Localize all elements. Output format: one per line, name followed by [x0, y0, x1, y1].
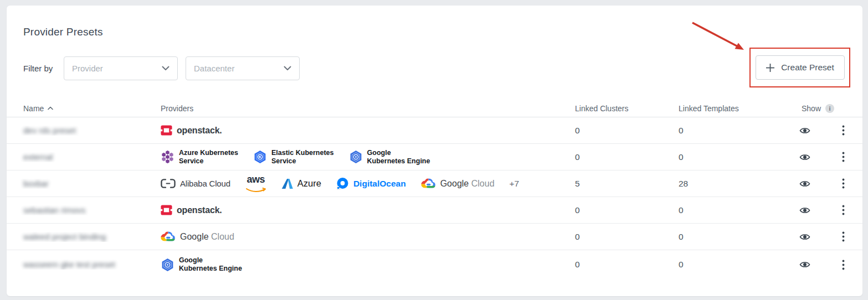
show-preset-button[interactable] — [798, 179, 811, 189]
aws-smile-icon — [245, 188, 266, 193]
linked-templates-count: 0 — [672, 232, 787, 242]
provider-logo-openstack: openstack. — [161, 125, 222, 136]
column-header-linked-templates: Linked Templates — [672, 104, 787, 113]
linked-clusters-count: 0 — [568, 126, 672, 136]
table-row: sebastian rimovs openstack. 0 0 — [7, 197, 862, 224]
datacenter-filter-select[interactable]: Datacenter — [186, 56, 300, 80]
row-menu-button[interactable] — [841, 230, 846, 243]
linked-templates-count: 0 — [672, 260, 787, 270]
eye-icon — [799, 206, 810, 214]
svg-text:K: K — [259, 154, 262, 159]
providers-cell: openstack. — [161, 204, 568, 216]
provider-label: Google Cloud — [180, 232, 234, 242]
elastic-kubernetes-service-icon: K — [253, 149, 267, 164]
show-preset-button[interactable] — [798, 232, 811, 242]
linked-clusters-count: 0 — [568, 260, 672, 270]
eye-icon — [799, 127, 810, 135]
azure-icon — [281, 178, 293, 189]
provider-label: GoogleKubernetes Engine — [367, 149, 430, 165]
provider-logo-aws: aws — [245, 174, 266, 193]
provider-label: GoogleKubernetes Engine — [179, 256, 242, 273]
annotation-highlight-box: Create Preset — [749, 48, 850, 87]
linked-templates-count: 28 — [672, 179, 787, 189]
column-header-providers: Providers — [161, 104, 568, 113]
provider-logo-google-cloud: Google Cloud — [421, 178, 495, 189]
row-menu-button[interactable] — [841, 124, 846, 137]
kebab-menu-icon — [842, 178, 845, 189]
provider-logo-google-kubernetes-engine: GoogleKubernetes Engine — [161, 256, 242, 273]
show-preset-button[interactable] — [798, 152, 811, 162]
linked-templates-count: 0 — [672, 152, 787, 162]
row-menu-button[interactable] — [841, 258, 846, 271]
info-icon[interactable]: i — [825, 104, 834, 113]
preset-name: external — [23, 152, 53, 162]
providers-cell: GoogleKubernetes Engine — [161, 256, 568, 273]
providers-cell: openstack. — [161, 125, 568, 136]
column-header-show: Show i — [787, 104, 862, 113]
show-preset-button[interactable] — [798, 205, 811, 215]
datacenter-filter-placeholder: Datacenter — [194, 64, 234, 73]
chevron-down-icon — [284, 66, 291, 71]
table-row: dev rds preset openstack. 0 0 — [7, 117, 862, 144]
provider-logo-openstack: openstack. — [161, 204, 222, 216]
preset-name: wasseem gke test preset — [23, 260, 115, 269]
row-menu-button[interactable] — [841, 204, 846, 216]
eye-icon — [799, 153, 810, 161]
kebab-menu-icon — [842, 152, 845, 162]
provider-label: Azure KubernetesService — [179, 149, 238, 165]
table-row: boxbar Alibaba Cloud aws Azure — [7, 170, 862, 197]
eye-icon — [799, 180, 810, 188]
azure-kubernetes-service-icon — [161, 151, 174, 163]
provider-logo-google-cloud: Google Cloud — [161, 231, 234, 242]
provider-logo-google-kubernetes-engine: GoogleKubernetes Engine — [349, 149, 430, 165]
create-preset-label: Create Preset — [781, 63, 834, 73]
table-header-row: Name Providers Linked Clusters Linked Te… — [7, 100, 862, 117]
show-preset-button[interactable] — [798, 126, 811, 136]
providers-cell: Azure KubernetesService K Elastic Kubern… — [161, 149, 568, 165]
provider-label: DigitalOcean — [353, 179, 406, 189]
provider-logo-alibaba-cloud: Alibaba Cloud — [161, 178, 230, 189]
create-preset-button[interactable]: Create Preset — [756, 55, 845, 80]
google-kubernetes-engine-icon — [349, 149, 363, 164]
provider-filter-select[interactable]: Provider — [64, 56, 178, 80]
alibaba-cloud-icon — [161, 178, 176, 189]
table-row: waleed project binding Google Cloud 0 0 — [7, 224, 862, 250]
linked-clusters-count: 0 — [568, 205, 672, 215]
linked-templates-count: 0 — [672, 126, 787, 136]
row-menu-button[interactable] — [841, 177, 846, 190]
chevron-down-icon — [162, 66, 170, 71]
eye-icon — [799, 233, 810, 241]
provider-overflow-count: +7 — [510, 179, 520, 189]
provider-logo-elastic-kubernetes-service: K Elastic KubernetesService — [253, 149, 334, 165]
provider-label: openstack. — [177, 126, 222, 136]
eye-icon — [799, 261, 810, 268]
provider-label: Alibaba Cloud — [180, 179, 230, 188]
table-row: external Azure KubernetesService K Elast… — [7, 144, 862, 170]
linked-clusters-count: 5 — [568, 179, 672, 189]
kebab-menu-icon — [842, 231, 845, 242]
provider-label: Elastic KubernetesService — [271, 149, 334, 165]
provider-logo-azure: Azure — [281, 178, 321, 189]
plus-icon — [766, 63, 775, 73]
kebab-menu-icon — [842, 205, 845, 215]
preset-name: dev rds preset — [23, 126, 76, 135]
google-cloud-icon — [421, 178, 436, 189]
provider-filter-placeholder: Provider — [72, 64, 103, 73]
annotation-arrow — [687, 18, 753, 56]
openstack-icon — [161, 125, 172, 136]
table-body: dev rds preset openstack. 0 0 external — [7, 117, 862, 279]
show-preset-button[interactable] — [798, 260, 811, 270]
provider-logo-digitalocean: DigitalOcean — [336, 177, 406, 190]
openstack-icon — [161, 204, 172, 216]
aws-wordmark: aws — [247, 174, 265, 184]
provider-presets-card: Provider Presets Filter by Provider Data… — [7, 6, 862, 296]
linked-clusters-count: 0 — [568, 152, 672, 162]
sort-ascending-icon — [48, 106, 53, 110]
kebab-menu-icon — [842, 260, 845, 270]
provider-label: Google Cloud — [440, 179, 495, 189]
digitalocean-icon — [336, 177, 349, 190]
column-header-name[interactable]: Name — [7, 104, 161, 113]
providers-cell: Google Cloud — [161, 231, 568, 242]
row-menu-button[interactable] — [841, 151, 846, 163]
preset-name: sebastian rimovs — [23, 205, 86, 215]
